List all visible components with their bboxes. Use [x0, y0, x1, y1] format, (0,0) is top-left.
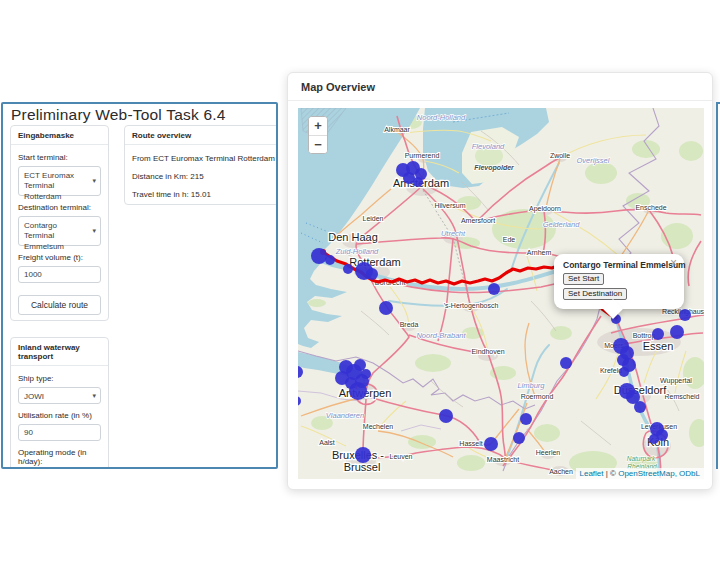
map-label: Hilversum: [434, 202, 465, 209]
zoom-in-button[interactable]: +: [309, 117, 327, 135]
map-label: Aachen: [549, 468, 573, 475]
map-label: Hasselt: [459, 440, 482, 447]
map-label: Aalst: [319, 439, 335, 446]
chevron-down-icon: ▾: [92, 391, 96, 399]
input-form-card: Eingabemaske Start terminal: ECT Euromax…: [10, 125, 109, 321]
attribution-separator: | ©: [604, 469, 619, 478]
leaflet-link[interactable]: Leaflet: [580, 469, 604, 478]
ship-type-value: JOWI: [24, 392, 44, 401]
map-overview-card: Map Overview: [287, 72, 713, 490]
map-label: Purmerend: [405, 152, 440, 159]
map-label: Leuven: [390, 453, 413, 460]
destination-terminal-value: Contargo Terminal Emmelsum: [24, 221, 64, 251]
popup-terminal-title: Contargo Terminal Emmelsum: [563, 260, 675, 270]
terminal-marker[interactable]: [619, 367, 629, 377]
map-label: Enschede: [635, 204, 666, 211]
map-attribution: Leaflet | © OpenStreetMap, ODbL: [576, 468, 705, 479]
map-label: Mechelen: [363, 423, 393, 430]
map-label: 's-Hertogenbosch: [444, 302, 499, 310]
map-label: Breda: [400, 321, 419, 328]
page-title: Preliminary Web-Tool Task 6.4: [11, 106, 226, 124]
terminal-marker[interactable]: [560, 357, 572, 369]
terminal-marker[interactable]: [634, 401, 646, 413]
map-label: Noord-Holland: [417, 113, 466, 122]
route-overview-card: Route overview From ECT Euromax Terminal…: [124, 125, 278, 205]
terminal-marker[interactable]: [439, 409, 453, 423]
utilisation-rate-label: Utilisation rate (in %): [18, 411, 101, 420]
inland-waterway-header: Inland waterway transport: [11, 338, 108, 366]
map-zoom-control: + −: [308, 116, 328, 154]
map-label: Vlaanderen: [326, 411, 364, 420]
terminal-marker[interactable]: [520, 413, 532, 425]
terminal-marker[interactable]: [488, 283, 500, 295]
freight-volume-label: Freight volume (t):: [18, 253, 101, 262]
destination-terminal-select[interactable]: Contargo Terminal Emmelsum ▾: [18, 216, 101, 246]
chevron-down-icon: ▾: [92, 176, 96, 185]
route-distance-text: Distance in Km: 215: [132, 172, 278, 181]
terminal-marker[interactable]: [652, 328, 664, 340]
map-label: Amersfoort: [461, 217, 495, 224]
tool-panel: Preliminary Web-Tool Task 6.4 Eingabemas…: [1, 102, 278, 469]
terminal-marker[interactable]: [413, 177, 423, 187]
map-label: Leiden: [362, 215, 383, 222]
terminal-marker[interactable]: [325, 255, 335, 265]
map-label: Zwolle: [550, 152, 570, 159]
start-terminal-select[interactable]: ECT Euromax Terminal Rotterdam ▾: [18, 166, 101, 196]
route-overview-header: Route overview: [125, 126, 278, 145]
terminal-marker[interactable]: [670, 325, 684, 339]
set-start-button[interactable]: Set Start: [563, 273, 604, 285]
ship-type-select[interactable]: JOWI ▾: [18, 387, 101, 404]
map-label: Maastricht: [487, 456, 519, 463]
map-label: Eindhoven: [471, 348, 504, 355]
terminal-marker[interactable]: [361, 369, 371, 379]
map-label: Arnhem: [527, 249, 552, 256]
terminal-marker[interactable]: [649, 434, 659, 444]
start-terminal-value: ECT Euromax Terminal Rotterdam: [24, 171, 74, 201]
map-label: Limburg: [517, 381, 545, 390]
map-label: Essen: [643, 340, 674, 352]
map-label: Remscheid: [664, 393, 699, 400]
utilisation-rate-input[interactable]: 90: [18, 424, 101, 441]
map-popup: × Contargo Terminal Emmelsum Set Start S…: [554, 254, 684, 309]
map-label: Apeldoorn: [529, 205, 561, 213]
map-label: Zuid-Holland: [335, 247, 379, 256]
calculate-route-button[interactable]: Calculate route: [18, 295, 101, 315]
map-label: Krefeld: [600, 367, 622, 374]
map-label: Alkmaar: [384, 126, 410, 133]
close-icon[interactable]: ×: [670, 257, 677, 269]
ship-type-label: Ship type:: [18, 374, 101, 383]
terminal-marker[interactable]: [679, 309, 691, 321]
destination-terminal-label: Destination terminal:: [18, 203, 101, 212]
terminal-marker[interactable]: [484, 437, 498, 451]
route-traveltime-text: Travel time in h: 15.01: [132, 190, 278, 199]
map-label: Heerlen: [536, 449, 561, 456]
terminal-marker[interactable]: [349, 382, 367, 400]
map-overview-title: Map Overview: [288, 73, 712, 101]
terminal-marker[interactable]: [355, 447, 371, 463]
inland-waterway-card: Inland waterway transport Ship type: JOW…: [10, 337, 109, 469]
freight-volume-input[interactable]: 1000: [18, 266, 101, 283]
map-label: Naturpark: [627, 455, 656, 463]
terminal-marker[interactable]: [354, 359, 366, 371]
map-label: Roermond: [521, 393, 554, 400]
terminal-marker[interactable]: [311, 248, 327, 264]
terminal-marker[interactable]: [513, 432, 525, 444]
map-label: Flevopolder: [474, 164, 515, 172]
terminal-marker[interactable]: [343, 264, 353, 274]
clipped-panel-edge: [716, 102, 720, 469]
map-label: Ede: [503, 236, 516, 243]
terminal-marker[interactable]: [379, 301, 393, 315]
osm-link[interactable]: OpenStreetMap, ODbL: [618, 469, 700, 478]
zoom-out-button[interactable]: −: [309, 135, 327, 153]
start-terminal-label: Start terminal:: [18, 153, 101, 162]
chevron-down-icon: ▾: [92, 226, 96, 235]
leaflet-map[interactable]: Noord-HollandFlevolandZuid-HollandUtrech…: [298, 108, 704, 479]
set-destination-button[interactable]: Set Destination: [563, 288, 627, 300]
map-label: Den Haag: [328, 231, 378, 243]
input-form-header: Eingabemaske: [11, 126, 108, 145]
map-label: Overijssel: [577, 156, 610, 165]
map-label: Bottrop: [633, 332, 656, 340]
terminal-marker[interactable]: [366, 268, 378, 280]
operating-mode-label: Operating mode (in h/day):: [18, 448, 101, 466]
map-label: Noord-Brabant: [416, 331, 466, 340]
